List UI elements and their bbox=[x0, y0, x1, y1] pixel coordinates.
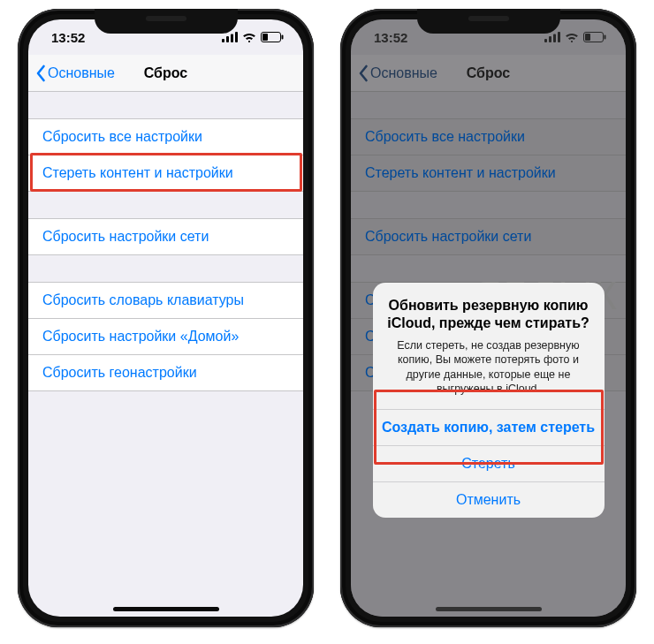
signal-icon bbox=[544, 32, 560, 42]
svg-rect-1 bbox=[226, 36, 229, 42]
nav-title: Сброс bbox=[144, 65, 187, 81]
svg-rect-5 bbox=[262, 34, 268, 41]
row-erase-content: Стереть контент и настройки bbox=[351, 155, 626, 192]
home-indicator bbox=[436, 607, 542, 611]
alert-button-backup-then-erase[interactable]: Создать копию, затем стереть bbox=[373, 409, 605, 445]
row-reset-network: Сбросить настройки сети bbox=[351, 218, 626, 255]
svg-rect-11 bbox=[584, 33, 604, 42]
chevron-left-icon bbox=[358, 64, 369, 82]
row-reset-network[interactable]: Сбросить настройки сети bbox=[28, 218, 303, 255]
notch bbox=[95, 9, 238, 34]
notch bbox=[417, 9, 560, 34]
status-time: 13:52 bbox=[51, 30, 85, 45]
group-2: Сбросить словарь клавиатуры Сбросить нас… bbox=[28, 282, 303, 391]
svg-rect-0 bbox=[222, 39, 224, 42]
nav-back: Основные bbox=[358, 64, 437, 82]
row-reset-home[interactable]: Сбросить настройки «Домой» bbox=[28, 318, 303, 354]
alert-button-cancel[interactable]: Отменить bbox=[373, 481, 605, 518]
svg-rect-10 bbox=[558, 32, 560, 42]
row-reset-location[interactable]: Сбросить геонастройки bbox=[28, 354, 303, 391]
svg-rect-7 bbox=[544, 39, 547, 42]
svg-rect-2 bbox=[231, 34, 233, 43]
screen-left: 13:52 Основные С bbox=[28, 19, 303, 617]
group-1: Сбросить настройки сети bbox=[28, 218, 303, 255]
nav-bar: Основные Сброс bbox=[351, 55, 626, 92]
status-time: 13:52 bbox=[374, 30, 407, 45]
svg-rect-6 bbox=[282, 35, 284, 40]
svg-rect-8 bbox=[549, 36, 551, 42]
nav-title: Сброс bbox=[467, 65, 510, 81]
alert-message: Если стереть, не создав резервную копию,… bbox=[387, 338, 590, 397]
phone-right: 13:52 Основные С bbox=[340, 9, 636, 627]
svg-rect-3 bbox=[235, 32, 238, 42]
alert-button-erase[interactable]: Стереть bbox=[373, 445, 605, 481]
group-0: Сбросить все настройки Стереть контент и… bbox=[28, 118, 303, 192]
home-indicator bbox=[113, 607, 219, 611]
svg-rect-12 bbox=[585, 34, 590, 41]
nav-back-label: Основные bbox=[48, 65, 115, 81]
wifi-icon bbox=[565, 32, 579, 42]
phone-left: 13:52 Основные С bbox=[18, 9, 314, 627]
row-erase-content[interactable]: Стереть контент и настройки bbox=[28, 155, 303, 192]
row-reset-keyboard[interactable]: Сбросить словарь клавиатуры bbox=[28, 282, 303, 318]
nav-back[interactable]: Основные bbox=[35, 64, 115, 82]
nav-bar: Основные Сброс bbox=[28, 55, 303, 92]
svg-rect-13 bbox=[605, 35, 606, 40]
alert-title: Обновить резервную копию iCloud, прежде … bbox=[387, 297, 590, 333]
battery-icon bbox=[261, 32, 284, 42]
battery-icon bbox=[583, 32, 606, 42]
nav-back-label: Основные bbox=[370, 65, 437, 81]
row-reset-all: Сбросить все настройки bbox=[351, 118, 626, 155]
wifi-icon bbox=[242, 32, 256, 42]
chevron-left-icon bbox=[35, 64, 46, 82]
screen-right: 13:52 Основные С bbox=[351, 19, 626, 617]
alert-dialog: Обновить резервную копию iCloud, прежде … bbox=[373, 283, 605, 518]
group-0: Сбросить все настройки Стереть контент и… bbox=[351, 118, 626, 192]
group-1: Сбросить настройки сети bbox=[351, 218, 626, 255]
svg-rect-9 bbox=[553, 34, 556, 43]
signal-icon bbox=[222, 32, 238, 42]
row-reset-all[interactable]: Сбросить все настройки bbox=[28, 118, 303, 155]
